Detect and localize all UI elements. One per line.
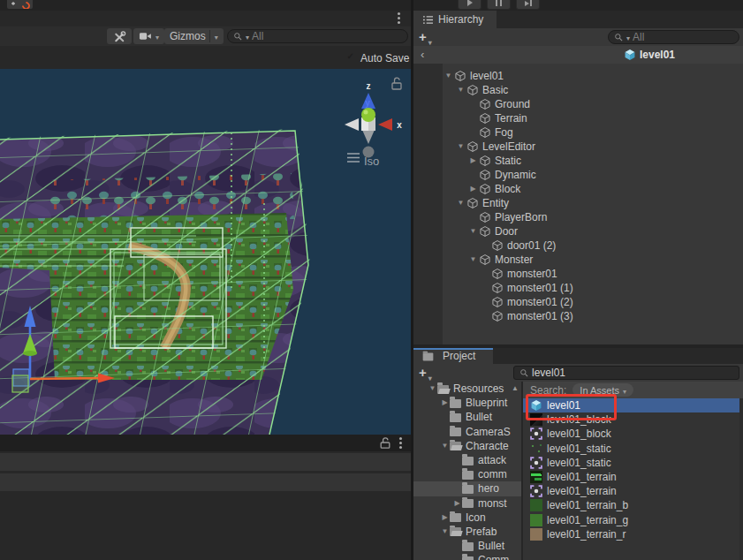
hierarchy-item[interactable]: ▼ Monster — [413, 253, 743, 267]
project-search-input[interactable] — [532, 367, 733, 379]
gameobject-cube-icon — [479, 254, 491, 266]
cropped-toolbar-tab[interactable] — [7, 0, 33, 9]
sprite-icon — [530, 457, 542, 469]
project-search-field[interactable] — [513, 366, 739, 380]
expand-arrow[interactable]: ▼ — [456, 140, 466, 154]
folder-row[interactable]: attack — [413, 453, 521, 467]
asset-row[interactable]: level01_static — [523, 442, 743, 456]
tab-project[interactable]: Project — [413, 348, 493, 364]
hierarchy-item[interactable]: door01 (2) — [413, 238, 743, 253]
pause-button[interactable] — [487, 0, 511, 10]
folder-row[interactable]: ▼ Resources — [413, 382, 521, 396]
folder-label: Comm — [478, 554, 509, 560]
folder-open-icon — [437, 385, 449, 394]
axis-z-label: z — [367, 81, 371, 91]
folder-row[interactable]: comm — [413, 467, 521, 481]
asset-row[interactable]: level01_terrain — [523, 470, 743, 484]
expand-arrow[interactable]: ▼ — [444, 69, 453, 83]
scene-search-field[interactable] — [227, 29, 408, 43]
scene-camera-button[interactable] — [133, 28, 164, 44]
hierarchy-search-field[interactable] — [608, 30, 739, 44]
play-button[interactable] — [458, 0, 481, 10]
hierarchy-item[interactable]: Ground — [413, 97, 743, 111]
folder-row[interactable]: ▼ Prefab — [413, 525, 521, 539]
bottom-panel-row[interactable] — [0, 453, 411, 471]
prefab-root-name[interactable]: level01 — [640, 49, 675, 61]
folder-row[interactable]: Bullet — [413, 410, 521, 424]
expand-arrow[interactable]: ▼ — [456, 83, 466, 97]
folder-row[interactable]: Bullet — [413, 539, 521, 553]
project-add-button[interactable]: + — [419, 366, 432, 383]
hierarchy-item[interactable]: monster01 (3) — [413, 309, 743, 323]
plus-glyph-icon — [11, 2, 15, 5]
hierarchy-item[interactable]: Dynamic — [413, 168, 743, 182]
texture-thumbnail-icon — [530, 413, 542, 426]
folder-label: Icon — [466, 511, 486, 524]
asset-row[interactable]: level01_terrain — [523, 484, 743, 498]
expand-arrow[interactable]: ▶ — [468, 154, 478, 168]
scene-tools-button[interactable] — [107, 28, 132, 44]
hierarchy-item[interactable]: monster01 (2) — [413, 295, 743, 309]
asset-row[interactable]: level01_terrain_b — [523, 498, 743, 512]
bottom-panel-menu-icon[interactable] — [399, 442, 402, 444]
back-chevron-icon[interactable]: ‹ — [421, 48, 424, 61]
asset-row[interactable]: level01_terrain_r — [523, 527, 743, 541]
folder-row[interactable]: ▶ Blueprint — [413, 396, 521, 410]
bottom-panel-row[interactable] — [0, 473, 411, 491]
scroll-up-arrow-icon[interactable]: ▲ — [512, 384, 519, 392]
hierarchy-item[interactable]: ▼ Entity — [413, 196, 743, 210]
hierarchy-item[interactable]: ▶ Block — [413, 182, 743, 196]
expand-arrow[interactable]: ▼ — [468, 224, 478, 238]
hierarchy-item[interactable]: ▼ Basic — [413, 83, 743, 97]
hierarchy-item[interactable]: ▶ Static — [413, 154, 743, 168]
scene-viewport[interactable]: z y x Iso — [0, 69, 411, 435]
hierarchy-item[interactable]: monster01 (1) — [413, 281, 743, 295]
hierarchy-item[interactable]: ▼ Door — [413, 224, 743, 238]
hierarchy-search-input[interactable] — [633, 31, 733, 43]
asset-row[interactable]: level01_static — [523, 456, 743, 470]
active-tab-accent — [413, 348, 493, 350]
folder-label: Blueprint — [466, 397, 507, 409]
folder-row[interactable]: CameraS — [413, 425, 521, 439]
folder-row[interactable]: Comm — [413, 553, 521, 560]
hierarchy-item[interactable]: ▼ LevelEditor — [413, 140, 743, 154]
scene-search-input[interactable] — [252, 30, 402, 42]
tab-hierarchy[interactable]: Hierarchy — [413, 11, 497, 28]
hierarchy-item[interactable]: PlayerBorn — [413, 210, 743, 224]
lock-open-icon[interactable] — [380, 437, 390, 449]
texture-thumbnail-icon — [530, 443, 542, 455]
prefab-cube-icon — [530, 399, 542, 412]
folder-label: comm — [478, 468, 507, 481]
hierarchy-add-button[interactable]: + — [419, 30, 432, 48]
search-results-header: Search: In Assets — [523, 382, 743, 398]
asset-row[interactable]: level01_block — [523, 427, 743, 441]
hierarchy-item[interactable]: Terrain — [413, 111, 743, 125]
expand-arrow[interactable]: ▼ — [456, 196, 466, 210]
expand-arrow[interactable]: ▶ — [440, 511, 450, 525]
hierarchy-item[interactable]: monster01 — [413, 267, 743, 281]
hierarchy-item-label: Block — [495, 183, 520, 195]
folder-row[interactable]: ▶ Icon — [413, 511, 521, 525]
expand-arrow[interactable]: ▼ — [468, 253, 478, 267]
expand-arrow[interactable]: ▶ — [468, 182, 478, 196]
expand-arrow[interactable]: ▶ — [440, 396, 450, 410]
folder-row[interactable]: ▶ monst — [413, 496, 521, 511]
hierarchy-item-label: monster01 (1) — [507, 282, 573, 294]
folder-row-selected[interactable]: hero — [413, 481, 521, 496]
search-scope-dropdown[interactable]: In Assets — [572, 383, 633, 397]
scene-panel-menu-icon[interactable] — [398, 17, 400, 19]
folder-row[interactable]: ▼ Characte — [413, 439, 521, 453]
expand-arrow[interactable]: ▼ — [428, 382, 437, 396]
gizmos-dropdown[interactable]: Gizmos — [164, 28, 224, 44]
chevron-down-icon — [209, 30, 218, 42]
asset-row[interactable]: level01_terrain_g — [523, 513, 743, 527]
asset-row-selected[interactable]: level01 — [523, 398, 743, 412]
asset-row[interactable]: level01_block — [523, 412, 743, 427]
expand-arrow[interactable]: ▶ — [452, 496, 462, 511]
expand-arrow[interactable]: ▼ — [440, 439, 450, 453]
hierarchy-item[interactable]: Fog — [413, 125, 743, 140]
expand-arrow[interactable]: ▼ — [440, 525, 450, 539]
hierarchy-item[interactable]: ▼ level01 — [413, 69, 743, 83]
step-button[interactable] — [516, 0, 540, 10]
results-scrollbar-track[interactable] — [739, 398, 743, 560]
